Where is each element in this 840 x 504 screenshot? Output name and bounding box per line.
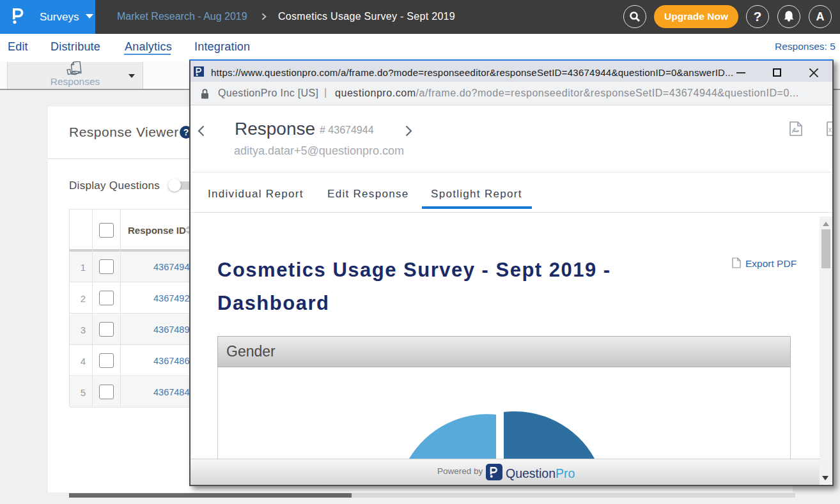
svg-text:x: x xyxy=(828,125,832,134)
